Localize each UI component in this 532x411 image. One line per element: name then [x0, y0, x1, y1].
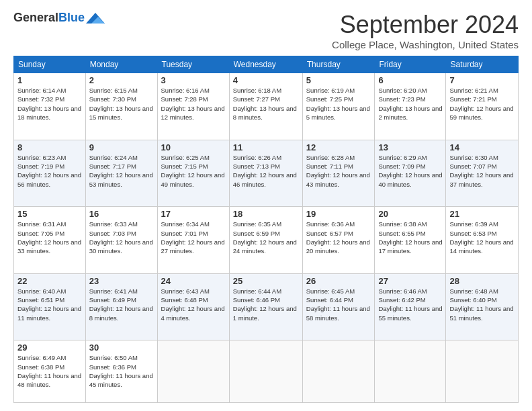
day-number: 24	[161, 276, 226, 286]
day-number: 30	[89, 342, 154, 353]
day-of-week-wednesday: Wednesday	[229, 56, 302, 73]
day-number: 23	[89, 276, 154, 286]
header: GeneralBlue September 2024 College Place…	[13, 11, 519, 50]
day-info: Sunrise: 6:24 AMSunset: 7:17 PMDaylight:…	[89, 153, 154, 189]
day-info: Sunrise: 6:30 AMSunset: 7:07 PMDaylight:…	[449, 153, 515, 189]
day-number: 17	[161, 209, 226, 219]
day-number: 2	[89, 75, 154, 85]
day-info: Sunrise: 6:28 AMSunset: 7:11 PMDaylight:…	[306, 153, 371, 189]
day-number: 8	[17, 142, 82, 152]
day-number: 29	[17, 342, 82, 353]
month-title: September 2024	[332, 11, 519, 39]
day-number: 20	[378, 209, 442, 219]
calendar-cell: 21Sunrise: 6:39 AMSunset: 6:53 PMDayligh…	[446, 207, 519, 274]
day-number: 5	[306, 75, 371, 85]
day-info: Sunrise: 6:14 AMSunset: 7:32 PMDaylight:…	[17, 86, 82, 122]
day-number: 10	[161, 142, 226, 152]
day-info: Sunrise: 6:18 AMSunset: 7:27 PMDaylight:…	[233, 86, 299, 122]
day-number: 13	[378, 142, 442, 152]
day-info: Sunrise: 6:41 AMSunset: 6:49 PMDaylight:…	[89, 287, 154, 322]
day-info: Sunrise: 6:44 AMSunset: 6:46 PMDaylight:…	[233, 287, 299, 322]
calendar-cell	[375, 340, 446, 403]
day-info: Sunrise: 6:49 AMSunset: 6:38 PMDaylight:…	[17, 353, 82, 389]
calendar-cell: 24Sunrise: 6:43 AMSunset: 6:48 PMDayligh…	[157, 273, 229, 340]
calendar-cell: 20Sunrise: 6:38 AMSunset: 6:55 PMDayligh…	[375, 207, 446, 274]
calendar-table: SundayMondayTuesdayWednesdayThursdayFrid…	[13, 56, 519, 403]
day-info: Sunrise: 6:31 AMSunset: 7:05 PMDaylight:…	[17, 220, 82, 255]
day-info: Sunrise: 6:43 AMSunset: 6:48 PMDaylight:…	[161, 287, 226, 322]
calendar-cell: 23Sunrise: 6:41 AMSunset: 6:49 PMDayligh…	[85, 273, 157, 340]
day-info: Sunrise: 6:35 AMSunset: 6:59 PMDaylight:…	[233, 220, 299, 255]
calendar-cell: 16Sunrise: 6:33 AMSunset: 7:03 PMDayligh…	[85, 207, 157, 274]
logo-icon	[86, 11, 105, 25]
day-info: Sunrise: 6:45 AMSunset: 6:44 PMDaylight:…	[306, 287, 371, 322]
day-of-week-friday: Friday	[375, 56, 446, 73]
day-number: 22	[17, 276, 82, 286]
day-info: Sunrise: 6:20 AMSunset: 7:23 PMDaylight:…	[378, 86, 442, 122]
calendar-cell: 7Sunrise: 6:21 AMSunset: 7:21 PMDaylight…	[446, 73, 519, 140]
day-number: 11	[233, 142, 299, 152]
day-info: Sunrise: 6:25 AMSunset: 7:15 PMDaylight:…	[161, 153, 226, 189]
day-info: Sunrise: 6:36 AMSunset: 6:57 PMDaylight:…	[306, 220, 371, 255]
calendar-cell: 19Sunrise: 6:36 AMSunset: 6:57 PMDayligh…	[302, 207, 375, 274]
day-number: 19	[306, 209, 371, 219]
calendar-week-row: 29Sunrise: 6:49 AMSunset: 6:38 PMDayligh…	[14, 340, 519, 403]
day-of-week-sunday: Sunday	[14, 56, 86, 73]
logo: GeneralBlue	[13, 11, 105, 25]
title-block: September 2024 College Place, Washington…	[332, 11, 519, 50]
calendar-cell: 5Sunrise: 6:19 AMSunset: 7:25 PMDaylight…	[302, 73, 375, 140]
day-number: 18	[233, 209, 299, 219]
day-of-week-thursday: Thursday	[302, 56, 375, 73]
day-of-week-tuesday: Tuesday	[157, 56, 229, 73]
day-info: Sunrise: 6:26 AMSunset: 7:13 PMDaylight:…	[233, 153, 299, 189]
calendar-cell: 2Sunrise: 6:15 AMSunset: 7:30 PMDaylight…	[85, 73, 157, 140]
calendar-cell: 9Sunrise: 6:24 AMSunset: 7:17 PMDaylight…	[85, 140, 157, 207]
day-info: Sunrise: 6:50 AMSunset: 6:36 PMDaylight:…	[89, 353, 154, 389]
day-info: Sunrise: 6:39 AMSunset: 6:53 PMDaylight:…	[449, 220, 515, 255]
logo-general: GeneralBlue	[13, 11, 85, 25]
day-info: Sunrise: 6:40 AMSunset: 6:51 PMDaylight:…	[17, 287, 82, 322]
day-of-week-monday: Monday	[85, 56, 157, 73]
calendar-week-row: 8Sunrise: 6:23 AMSunset: 7:19 PMDaylight…	[14, 140, 519, 207]
calendar-cell: 4Sunrise: 6:18 AMSunset: 7:27 PMDaylight…	[229, 73, 302, 140]
calendar-cell	[157, 340, 229, 403]
day-number: 25	[233, 276, 299, 286]
calendar-week-row: 22Sunrise: 6:40 AMSunset: 6:51 PMDayligh…	[14, 273, 519, 340]
day-info: Sunrise: 6:34 AMSunset: 7:01 PMDaylight:…	[161, 220, 226, 255]
day-info: Sunrise: 6:46 AMSunset: 6:42 PMDaylight:…	[378, 287, 442, 322]
day-number: 1	[17, 75, 82, 85]
calendar-cell: 10Sunrise: 6:25 AMSunset: 7:15 PMDayligh…	[157, 140, 229, 207]
calendar-cell: 27Sunrise: 6:46 AMSunset: 6:42 PMDayligh…	[375, 273, 446, 340]
calendar-cell: 30Sunrise: 6:50 AMSunset: 6:36 PMDayligh…	[85, 340, 157, 403]
calendar-cell: 15Sunrise: 6:31 AMSunset: 7:05 PMDayligh…	[14, 207, 86, 274]
calendar-cell: 8Sunrise: 6:23 AMSunset: 7:19 PMDaylight…	[14, 140, 86, 207]
calendar-cell: 1Sunrise: 6:14 AMSunset: 7:32 PMDaylight…	[14, 73, 86, 140]
day-info: Sunrise: 6:23 AMSunset: 7:19 PMDaylight:…	[17, 153, 82, 189]
calendar-cell: 26Sunrise: 6:45 AMSunset: 6:44 PMDayligh…	[302, 273, 375, 340]
day-of-week-saturday: Saturday	[446, 56, 519, 73]
day-number: 27	[378, 276, 442, 286]
day-info: Sunrise: 6:15 AMSunset: 7:30 PMDaylight:…	[89, 86, 154, 122]
day-info: Sunrise: 6:33 AMSunset: 7:03 PMDaylight:…	[89, 220, 154, 255]
day-number: 26	[306, 276, 371, 286]
day-number: 4	[233, 75, 299, 85]
day-info: Sunrise: 6:29 AMSunset: 7:09 PMDaylight:…	[378, 153, 442, 189]
day-number: 9	[89, 142, 154, 152]
day-number: 21	[449, 209, 515, 219]
day-info: Sunrise: 6:38 AMSunset: 6:55 PMDaylight:…	[378, 220, 442, 255]
calendar-week-row: 1Sunrise: 6:14 AMSunset: 7:32 PMDaylight…	[14, 73, 519, 140]
day-number: 14	[449, 142, 515, 152]
calendar-cell: 3Sunrise: 6:16 AMSunset: 7:28 PMDaylight…	[157, 73, 229, 140]
calendar-cell: 25Sunrise: 6:44 AMSunset: 6:46 PMDayligh…	[229, 273, 302, 340]
day-number: 3	[161, 75, 226, 85]
calendar-cell: 12Sunrise: 6:28 AMSunset: 7:11 PMDayligh…	[302, 140, 375, 207]
day-info: Sunrise: 6:48 AMSunset: 6:40 PMDaylight:…	[449, 287, 515, 322]
day-info: Sunrise: 6:19 AMSunset: 7:25 PMDaylight:…	[306, 86, 371, 122]
day-number: 6	[378, 75, 442, 85]
calendar-cell: 22Sunrise: 6:40 AMSunset: 6:51 PMDayligh…	[14, 273, 86, 340]
page: GeneralBlue September 2024 College Place…	[0, 0, 532, 411]
calendar-cell	[229, 340, 302, 403]
calendar-header-row: SundayMondayTuesdayWednesdayThursdayFrid…	[14, 56, 519, 73]
calendar-cell: 29Sunrise: 6:49 AMSunset: 6:38 PMDayligh…	[14, 340, 86, 403]
day-info: Sunrise: 6:16 AMSunset: 7:28 PMDaylight:…	[161, 86, 226, 122]
